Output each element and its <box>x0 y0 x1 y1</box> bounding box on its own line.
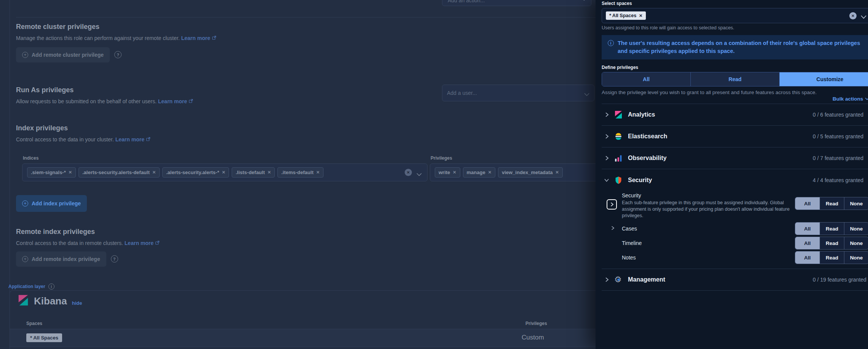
remove-icon[interactable]: ✕ <box>639 13 642 18</box>
remote-index-section: Remote index privileges Control access t… <box>16 228 160 267</box>
edit-role-page: Add an action... Remote cluster privileg… <box>0 0 596 349</box>
feature-row-security: Security 4 / 4 features granted <box>602 169 868 191</box>
plus-circle-icon: + <box>22 256 28 262</box>
info-icon: i <box>608 40 614 46</box>
add-user-combobox[interactable]: Add a user... <box>442 85 594 101</box>
bulk-actions-link[interactable]: Bulk actions <box>833 96 868 102</box>
toggle-read[interactable]: Read <box>820 237 844 249</box>
banner-text: The user's resulting access depends on a… <box>618 39 862 55</box>
toggle-read[interactable]: Read <box>820 251 844 264</box>
toggle-all[interactable]: All <box>795 197 820 210</box>
remote-index-desc: Control access to the data in remote clu… <box>16 240 160 246</box>
expand-icon[interactable] <box>610 226 615 232</box>
remove-icon[interactable]: ✕ <box>152 170 156 175</box>
hide-link[interactable]: hide <box>72 300 82 306</box>
expand-icon[interactable] <box>602 134 612 139</box>
plus-circle-icon: + <box>22 52 28 58</box>
expand-icon[interactable] <box>607 199 617 210</box>
privilege-value: Custom <box>522 334 544 341</box>
toggle-none[interactable]: None <box>844 251 868 264</box>
remove-icon[interactable]: ✕ <box>453 170 456 175</box>
external-link-icon <box>155 240 160 246</box>
expand-icon[interactable] <box>602 155 612 161</box>
toggle-none[interactable]: None <box>844 223 868 235</box>
add-action-combobox[interactable]: Add an action... <box>442 0 591 6</box>
info-icon[interactable]: i <box>48 283 54 290</box>
toggle-all[interactable]: All <box>795 251 820 264</box>
index-privileges-desc: Control access to the data in your clust… <box>16 136 151 142</box>
index-tag[interactable]: .siem-signals-*✕ <box>27 167 76 178</box>
application-layer-label: Application layer i <box>8 283 54 290</box>
privilege-option-read[interactable]: Read <box>691 72 780 86</box>
remove-icon[interactable]: ✕ <box>222 170 225 175</box>
remove-icon[interactable]: ✕ <box>316 170 320 175</box>
external-link-icon <box>146 136 151 142</box>
feature-row-observability: Observability 0 / 7 features granted <box>602 147 868 169</box>
index-tag[interactable]: .lists-default✕ <box>232 167 275 178</box>
index-tag[interactable]: .items-default✕ <box>277 167 323 178</box>
collapse-icon[interactable] <box>602 178 612 183</box>
remove-icon[interactable]: ✕ <box>267 170 271 175</box>
add-remote-cluster-privilege-button[interactable]: + Add remote cluster privilege <box>16 47 110 62</box>
chevron-down-icon <box>582 0 586 3</box>
toggle-none[interactable]: None <box>844 197 868 210</box>
feature-row-elasticsearch: Elasticsearch 0 / 5 features granted <box>602 126 868 147</box>
add-remote-index-privilege-button[interactable]: + Add remote index privilege <box>16 251 106 267</box>
toggle-read[interactable]: Read <box>820 223 844 235</box>
learn-more-link[interactable]: Learn more <box>115 136 144 142</box>
indices-field: Indices .siem-signals-*✕ .alerts-securit… <box>22 155 428 181</box>
clear-all-icon[interactable]: ✕ <box>405 169 412 176</box>
kibana-privileges-card: Kibana hide Spaces Privileges * All Spac… <box>10 290 596 349</box>
feature-row-management: ⚙ Management 0 / 19 features granted <box>602 269 868 291</box>
remove-icon[interactable]: ✕ <box>69 170 72 175</box>
toggle-all[interactable]: All <box>795 223 820 235</box>
toggle-all[interactable]: All <box>795 237 820 249</box>
add-action-placeholder: Add an action... <box>448 0 485 3</box>
select-spaces-label: Select spaces <box>602 1 868 6</box>
privilege-tag[interactable]: write✕ <box>435 167 460 178</box>
privilege-option-customize[interactable]: Customize <box>780 72 868 86</box>
remove-icon[interactable]: ✕ <box>556 170 559 175</box>
run-as-title: Run As privileges <box>16 86 193 94</box>
expand-icon[interactable] <box>602 277 612 282</box>
expand-icon[interactable] <box>602 112 612 117</box>
help-icon[interactable]: ? <box>111 255 118 263</box>
bulk-actions-row: Bulk actions <box>602 96 868 103</box>
indices-combobox[interactable]: .siem-signals-*✕ .alerts-security.alerts… <box>22 163 428 181</box>
subfeature-row-notes: Notes All Read None <box>609 250 868 265</box>
privileges-combobox[interactable]: write✕ manage✕ view_index_metadata✕ <box>430 163 609 181</box>
learn-more-link[interactable]: Learn more <box>181 35 210 41</box>
select-spaces-combobox[interactable]: * All Spaces ✕ ✕ <box>602 8 868 23</box>
granted-count: 0 / 7 features granted <box>813 155 863 161</box>
granted-count: 0 / 5 features granted <box>813 133 863 139</box>
subfeature-row-timeline: Timeline All Read None <box>609 236 868 250</box>
privilege-option-all[interactable]: All <box>602 72 691 86</box>
toggle-read[interactable]: Read <box>820 197 844 210</box>
space-privilege-row[interactable]: * All Spaces Custom <box>10 329 596 347</box>
learn-more-link[interactable]: Learn more <box>125 240 154 246</box>
clear-all-icon[interactable]: ✕ <box>849 12 857 19</box>
section-divider <box>16 17 596 18</box>
toggle-none[interactable]: None <box>844 237 868 249</box>
learn-more-link[interactable]: Learn more <box>158 98 187 104</box>
privileges-label: Privileges <box>431 155 609 161</box>
index-tag[interactable]: .alerts-security.alerts-*✕ <box>162 167 229 178</box>
all-spaces-tag[interactable]: * All Spaces ✕ <box>606 11 646 20</box>
analytics-icon <box>614 110 623 119</box>
remote-cluster-desc: Manage the actions this role can perform… <box>16 35 216 41</box>
spaces-column-header: Spaces <box>26 321 42 326</box>
privilege-tag[interactable]: manage✕ <box>463 167 495 178</box>
all-spaces-badge: * All Spaces <box>26 333 62 342</box>
management-gear-icon: ⚙ <box>614 275 623 284</box>
privilege-tag[interactable]: view_index_metadata✕ <box>498 167 563 178</box>
add-index-privilege-button[interactable]: + Add index privilege <box>16 195 87 212</box>
granted-count: 4 / 4 features granted <box>813 177 863 183</box>
access-info-banner: i The user's resulting access depends on… <box>602 35 868 59</box>
add-user-placeholder: Add a user... <box>447 90 477 96</box>
index-tag[interactable]: .alerts-security.alerts-default✕ <box>78 167 160 178</box>
privileges-column-header: Privileges <box>525 321 547 326</box>
security-icon <box>614 176 623 184</box>
privilege-toggle-group: All Read None <box>795 222 868 235</box>
help-icon[interactable]: ? <box>114 51 122 58</box>
remove-icon[interactable]: ✕ <box>488 170 492 175</box>
